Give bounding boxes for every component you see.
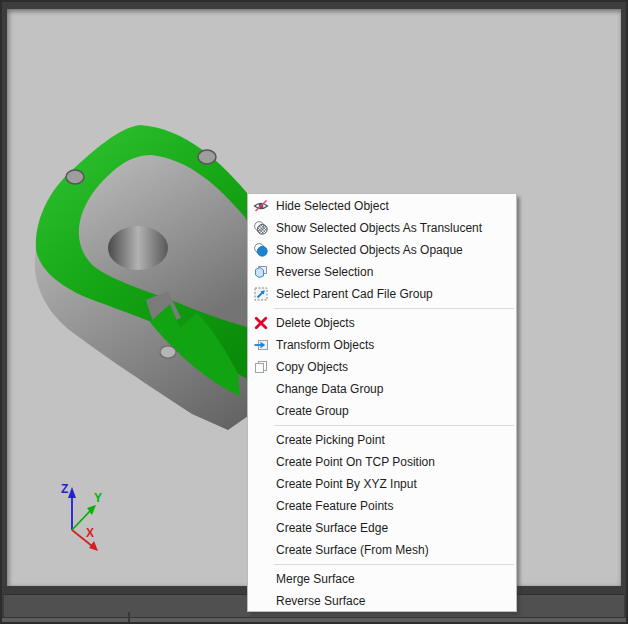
menu-item-create-surface-edge[interactable]: Create Surface Edge: [248, 517, 516, 539]
menu-item-label: Create Surface (From Mesh): [276, 543, 429, 557]
menu-item-label: Create Picking Point: [276, 433, 385, 447]
opaque-sphere-icon: [253, 242, 269, 258]
menu-item-merge-surface[interactable]: Merge Surface: [248, 568, 516, 590]
z-axis-label: Z: [61, 482, 68, 496]
select-parent-icon: [253, 286, 269, 302]
menu-item-label: Reverse Surface: [276, 594, 365, 608]
menu-item-label: Create Point On TCP Position: [276, 455, 435, 469]
menu-item-label: Copy Objects: [276, 360, 348, 374]
menu-item-label: Delete Objects: [276, 316, 355, 330]
menu-item-label: Create Point By XYZ Input: [276, 477, 417, 491]
no-icon: [253, 542, 269, 558]
menu-separator: [274, 564, 514, 565]
context-menu: Hide Selected ObjectShow Selected Object…: [247, 193, 517, 612]
x-arrow-icon: [89, 541, 98, 551]
copy-icon: [253, 359, 269, 375]
menu-item-reverse-selection[interactable]: Reverse Selection: [248, 261, 516, 283]
menu-item-hide-selected-object[interactable]: Hide Selected Object: [248, 195, 516, 217]
no-icon: [253, 454, 269, 470]
menu-item-copy-objects[interactable]: Copy Objects: [248, 356, 516, 378]
menu-item-label: Select Parent Cad File Group: [276, 287, 433, 301]
menu-item-create-picking-point[interactable]: Create Picking Point: [248, 429, 516, 451]
model-corner-hole: [198, 150, 216, 164]
no-icon: [253, 403, 269, 419]
no-icon: [253, 498, 269, 514]
no-icon: [253, 571, 269, 587]
menu-item-label: Create Feature Points: [276, 499, 393, 513]
menu-separator: [274, 308, 514, 309]
menu-item-create-feature-points[interactable]: Create Feature Points: [248, 495, 516, 517]
model-corner-hole: [66, 170, 84, 184]
no-icon: [253, 476, 269, 492]
menu-item-create-surface-from-mesh[interactable]: Create Surface (From Mesh): [248, 539, 516, 561]
no-icon: [253, 520, 269, 536]
menu-item-create-point-on-tcp-position[interactable]: Create Point On TCP Position: [248, 451, 516, 473]
model-flap-hole: [160, 346, 176, 358]
x-axis-label: X: [86, 526, 94, 540]
menu-item-label: Create Group: [276, 404, 349, 418]
status-bar-divider: [128, 612, 130, 622]
menu-item-delete-objects[interactable]: Delete Objects: [248, 312, 516, 334]
translucent-sphere-icon: [253, 220, 269, 236]
hide-eye-icon: [253, 198, 269, 214]
menu-item-change-data-group[interactable]: Change Data Group: [248, 378, 516, 400]
menu-item-label: Reverse Selection: [276, 265, 373, 279]
menu-item-select-parent-cad-file-group[interactable]: Select Parent Cad File Group: [248, 283, 516, 305]
transform-icon: [253, 337, 269, 353]
menu-item-reverse-surface[interactable]: Reverse Surface: [248, 590, 516, 612]
menu-item-label: Show Selected Objects As Translucent: [276, 221, 482, 235]
menu-item-show-selected-objects-as-translucent[interactable]: Show Selected Objects As Translucent: [248, 217, 516, 239]
menu-item-label: Transform Objects: [276, 338, 374, 352]
menu-item-label: Create Surface Edge: [276, 521, 388, 535]
menu-item-create-point-by-xyz-input[interactable]: Create Point By XYZ Input: [248, 473, 516, 495]
menu-item-label: Change Data Group: [276, 382, 383, 396]
no-icon: [253, 432, 269, 448]
menu-item-transform-objects[interactable]: Transform Objects: [248, 334, 516, 356]
menu-separator: [274, 425, 514, 426]
no-icon: [253, 593, 269, 609]
menu-item-label: Merge Surface: [276, 572, 355, 586]
model-center-hole: [108, 226, 168, 270]
z-arrow-icon: [68, 487, 76, 498]
delete-icon: [253, 315, 269, 331]
menu-item-create-group[interactable]: Create Group: [248, 400, 516, 422]
axis-triad: Z Y X: [46, 478, 108, 558]
menu-item-label: Show Selected Objects As Opaque: [276, 243, 463, 257]
reverse-selection-icon: [253, 264, 269, 280]
no-icon: [253, 381, 269, 397]
menu-item-show-selected-objects-as-opaque[interactable]: Show Selected Objects As Opaque: [248, 239, 516, 261]
menu-item-label: Hide Selected Object: [276, 199, 389, 213]
y-axis-label: Y: [94, 491, 102, 505]
